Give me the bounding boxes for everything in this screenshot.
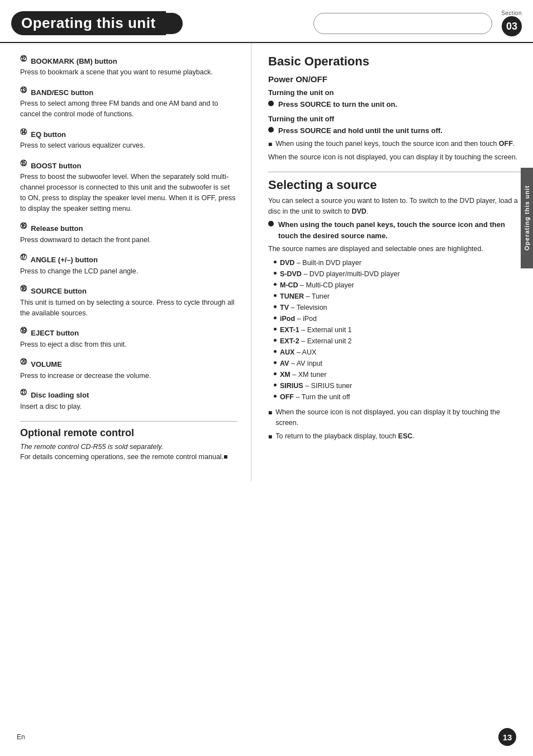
bullet-dot	[268, 101, 274, 106]
header-pill	[313, 13, 492, 34]
list-item: TUNER – Tuner	[274, 291, 522, 302]
section-number: 03	[502, 16, 522, 36]
source-list: DVD – Built-in DVD player S-DVD – DVD pl…	[274, 257, 522, 403]
list-item: EXT-1 – External unit 1	[274, 324, 522, 336]
turn-off-bullet: Press SOURCE and hold until the unit tur…	[268, 125, 522, 136]
main-content: ⑫ BOOKMARK (BM) button Press to bookmark…	[0, 43, 533, 481]
item-16: ⑯ Release button Press downward to detac…	[20, 221, 237, 245]
list-item: OFF – Turn the unit off	[274, 391, 522, 403]
optional-remote-heading: Optional remote control	[20, 427, 237, 439]
source-note2: ■ To return to the playback display, tou…	[268, 431, 522, 442]
page-header: Operating this unit Section 03	[0, 0, 533, 43]
list-item: AUX – AUX	[274, 347, 522, 358]
turning-on-section: Turning the unit on Press SOURCE to turn…	[268, 88, 522, 110]
touch-key-text: When using the touch panel keys, touch t…	[278, 219, 522, 241]
side-tab: Operating this unit	[521, 168, 533, 268]
page-footer: En 13	[0, 728, 533, 746]
turn-on-bullet: Press SOURCE to turn the unit on.	[268, 99, 522, 110]
turn-off-note2: When the source icon is not displayed, y…	[268, 152, 522, 163]
right-column: Basic Operations Power ON/OFF Turning th…	[251, 43, 533, 481]
source-body: The source names are displayed and selec…	[268, 244, 522, 254]
turning-off-heading: Turning the unit off	[268, 115, 522, 123]
item-18: ⑱ SOURCE button This unit is turned on b…	[20, 284, 237, 318]
footer-language: En	[17, 733, 25, 741]
optional-remote-section: Optional remote control The remote contr…	[20, 427, 237, 463]
turn-on-text: Press SOURCE to turn the unit on.	[278, 99, 397, 110]
source-note1: ■ When the source icon is not displayed,…	[268, 407, 522, 428]
title-tail	[166, 13, 183, 34]
list-item: TV – Television	[274, 302, 522, 313]
left-column: ⑫ BOOKMARK (BM) button Press to bookmark…	[0, 43, 251, 481]
item-15: ⑮ BOOST button Press to boost the subwoo…	[20, 159, 237, 214]
divider	[20, 421, 237, 422]
item-21: ㉑ Disc loading slot Insert a disc to pla…	[20, 389, 237, 412]
power-on-off-section: Power ON/OFF Turning the unit on Press S…	[268, 74, 522, 163]
basic-operations-heading: Basic Operations	[268, 54, 522, 69]
list-item: AV – AV input	[274, 358, 522, 369]
title-wrap: Operating this unit	[11, 11, 183, 35]
turning-off-section: Turning the unit off Press SOURCE and ho…	[268, 115, 522, 163]
item-14: ⑭ EQ button Press to select various equa…	[20, 127, 237, 151]
touch-key-bullet: When using the touch panel keys, touch t…	[268, 219, 522, 241]
selecting-source-section: Selecting a source You can select a sour…	[268, 178, 522, 442]
basic-operations-section: Basic Operations Power ON/OFF Turning th…	[268, 54, 522, 442]
list-item: S-DVD – DVD player/multi-DVD player	[274, 268, 522, 280]
item-13: ⑬ BAND/ESC button Press to select among …	[20, 86, 237, 120]
selecting-source-intro: You can select a source you want to list…	[268, 196, 522, 217]
list-item: M-CD – Multi-CD player	[274, 280, 522, 291]
list-item: DVD – Built-in DVD player	[274, 257, 522, 268]
item-20: ⑳ VOLUME Press to increase or decrease t…	[20, 357, 237, 381]
footer-page-number: 13	[498, 728, 516, 746]
divider2	[268, 172, 522, 172]
bullet-dot3	[268, 221, 274, 226]
list-item: XM – XM tuner	[274, 369, 522, 380]
turning-on-heading: Turning the unit on	[268, 88, 522, 97]
optional-remote-italic: The remote control CD-R55 is sold separa…	[20, 443, 163, 451]
item-17: ⑰ ANGLE (+/–) button Press to change the…	[20, 253, 237, 276]
turn-off-note1: ■ When using the touch panel keys, touch…	[268, 139, 522, 149]
page-title: Operating this unit	[11, 11, 166, 35]
item-12: ⑫ BOOKMARK (BM) button Press to bookmark…	[20, 54, 237, 78]
optional-remote-body: For details concerning operations, see t…	[20, 453, 228, 461]
header-right: Section 03	[313, 10, 522, 36]
section-badge: Section 03	[501, 10, 522, 36]
list-item: EXT-2 – External unit 2	[274, 336, 522, 347]
list-item: SIRIUS – SIRIUS tuner	[274, 380, 522, 391]
turn-off-text: Press SOURCE and hold until the unit tur…	[278, 125, 442, 136]
power-on-off-heading: Power ON/OFF	[268, 74, 522, 84]
selecting-source-heading: Selecting a source	[268, 178, 522, 192]
list-item: iPod – iPod	[274, 313, 522, 324]
source-note1-text: When the source icon is not displayed, y…	[275, 407, 522, 428]
item-19: ⑲ EJECT button Press to eject a disc fro…	[20, 326, 237, 349]
bullet-dot2	[268, 127, 274, 133]
section-label: Section	[501, 10, 522, 16]
